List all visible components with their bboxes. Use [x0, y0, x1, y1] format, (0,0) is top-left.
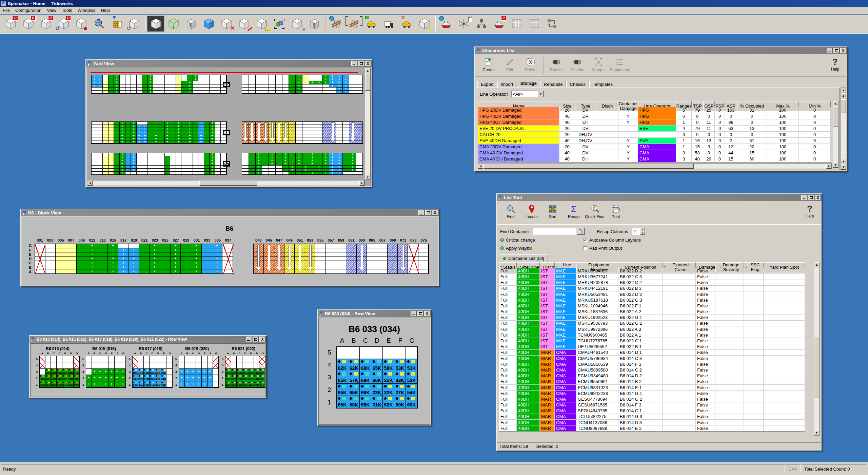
grid-cell[interactable]	[289, 153, 296, 156]
grid-cell[interactable]	[302, 140, 309, 144]
grid-cell[interactable]	[176, 166, 182, 169]
grid-cell[interactable]: +	[336, 156, 343, 159]
container-cell[interactable]: MAR	[540, 373, 555, 379]
grid-cell[interactable]	[92, 134, 97, 137]
grid-cell[interactable]	[388, 244, 398, 248]
grid-cell[interactable]	[153, 75, 159, 78]
close-button[interactable]: X	[432, 210, 438, 215]
grid-cell[interactable]: +	[212, 265, 223, 270]
grid-cell[interactable]	[120, 362, 126, 368]
allocation-cell[interactable]: 63	[725, 126, 737, 132]
allocation-cell[interactable]: DH,DV	[575, 132, 596, 138]
container-cell[interactable]	[715, 332, 744, 338]
grid-cell[interactable]: +	[187, 81, 193, 84]
grid-cell[interactable]	[66, 261, 77, 265]
grid-cell[interactable]: +	[120, 162, 125, 165]
grid-cell[interactable]: 64K	[40, 381, 45, 387]
grid-cell[interactable]	[296, 137, 302, 140]
grid-cell[interactable]	[256, 84, 262, 88]
grid-cell[interactable]	[159, 88, 165, 91]
grid-cell[interactable]: +	[148, 81, 154, 84]
grid-cell[interactable]	[309, 88, 316, 91]
grid-cell[interactable]	[193, 84, 199, 88]
grid-cell[interactable]: 64K	[68, 375, 74, 381]
allocations-table-scrollbar[interactable]: ▲ ▼	[833, 101, 839, 168]
grid-cell[interactable]: +	[176, 140, 182, 144]
grid-cell[interactable]	[92, 159, 97, 162]
grid-cell[interactable]	[315, 244, 326, 248]
grid-cell[interactable]	[187, 156, 193, 159]
grid-cell[interactable]: +	[256, 172, 262, 175]
grid-cell[interactable]	[204, 128, 210, 131]
grid-cell[interactable]: +	[329, 75, 336, 78]
grid-cell[interactable]: +	[202, 369, 208, 375]
grid-cell[interactable]: 16K	[150, 369, 155, 375]
grid-cell[interactable]	[97, 261, 108, 265]
grid-cell[interactable]: +	[343, 75, 350, 78]
grid-cell[interactable]	[388, 248, 398, 253]
grid-cell[interactable]: +	[118, 261, 129, 265]
grid-cell[interactable]: 65K	[337, 371, 348, 383]
grid-cell[interactable]	[221, 91, 226, 94]
grid-cell[interactable]	[170, 131, 176, 134]
grid-cell[interactable]: +	[129, 257, 139, 261]
grid-cell[interactable]	[103, 125, 108, 128]
grid-cell[interactable]	[193, 91, 199, 94]
grid-cell[interactable]	[346, 252, 356, 257]
hierarchy-view-icon[interactable]	[473, 16, 490, 32]
close-button[interactable]: X	[424, 311, 430, 316]
allocation-cell[interactable]: CMA 20DV Damaged	[478, 144, 559, 150]
grid-cell[interactable]	[242, 153, 249, 156]
allocation-cell[interactable]: 0	[799, 156, 831, 162]
grid-cell[interactable]	[45, 269, 56, 274]
grid-cell[interactable]: +	[329, 84, 336, 88]
grid-cell[interactable]	[92, 169, 97, 172]
container-cell[interactable]: B6 022 G 3	[618, 297, 663, 303]
grid-cell[interactable]	[181, 78, 187, 81]
container-cell[interactable]: Full	[499, 309, 517, 315]
grid-cell[interactable]	[142, 91, 148, 94]
grid-cell[interactable]: +	[120, 159, 125, 162]
grid-cell[interactable]	[35, 269, 45, 274]
grid-cell[interactable]	[336, 137, 343, 140]
grid-cell[interactable]	[242, 75, 249, 78]
grid-cell[interactable]	[62, 362, 68, 368]
grid-cell[interactable]	[165, 91, 171, 94]
grid-cell[interactable]	[377, 257, 387, 261]
grid-cell[interactable]	[170, 153, 176, 156]
grid-cell[interactable]	[137, 78, 142, 81]
grid-cell[interactable]	[153, 84, 159, 88]
grid-cell[interactable]	[316, 162, 323, 165]
grid-cell[interactable]: 61K	[231, 375, 237, 381]
grid-cell[interactable]	[356, 140, 363, 144]
vessel-p-icon[interactable]: P	[490, 16, 508, 32]
grid-cell[interactable]: +	[309, 172, 316, 175]
grid-cell[interactable]	[254, 362, 260, 368]
grid-cell[interactable]	[103, 131, 108, 134]
maximize-button[interactable]	[417, 311, 423, 316]
grid-cell[interactable]	[159, 131, 165, 134]
grid-cell[interactable]	[242, 81, 249, 84]
grid-cell[interactable]	[56, 244, 66, 248]
container-cell[interactable]: False	[696, 315, 715, 321]
grid-cell[interactable]: 62K	[248, 375, 254, 381]
grid-cell[interactable]	[198, 78, 204, 81]
grid-cell[interactable]	[262, 156, 269, 159]
grid-cell[interactable]	[92, 91, 97, 94]
grid-cell[interactable]: +	[109, 375, 115, 381]
grid-cell[interactable]: +	[114, 75, 120, 78]
allocation-cell[interactable]: EVE	[638, 126, 676, 132]
grid-cell[interactable]: +	[329, 78, 336, 81]
grid-cell[interactable]	[56, 252, 66, 257]
container-cell[interactable]: CMA	[555, 385, 576, 391]
container-cell[interactable]	[715, 396, 744, 402]
grid-cell[interactable]	[343, 172, 350, 175]
grid-cell[interactable]: +	[196, 375, 202, 381]
grid-cell[interactable]	[336, 265, 346, 270]
grid-cell[interactable]	[249, 78, 256, 81]
grid-cell[interactable]: +	[210, 122, 215, 125]
grid-cell[interactable]	[125, 156, 131, 159]
grid-cell[interactable]: +	[131, 128, 137, 131]
grid-cell[interactable]: 66K	[360, 384, 371, 396]
grid-cell[interactable]	[302, 125, 309, 128]
